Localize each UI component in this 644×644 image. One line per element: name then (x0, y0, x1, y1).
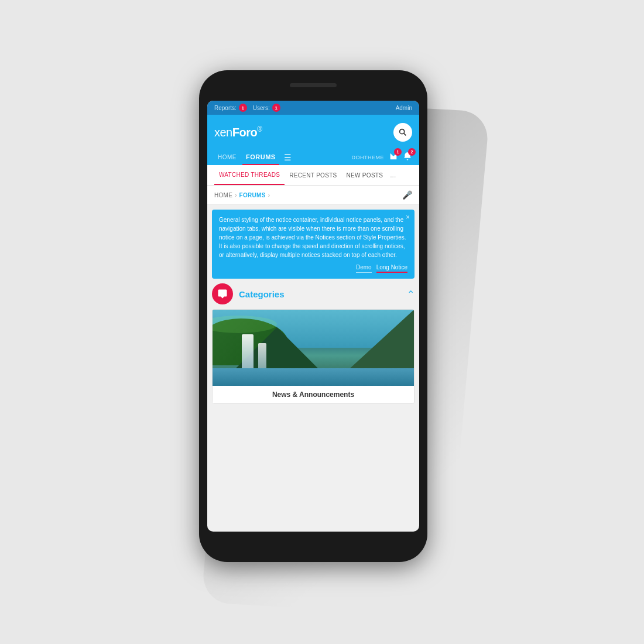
sub-nav-more[interactable]: ... (388, 165, 398, 185)
categories-header: Categories ⌃ (212, 283, 415, 304)
header: xenForo® HOME FORUMS (207, 115, 419, 165)
logo-suffix: ® (257, 125, 262, 133)
svg-point-0 (400, 129, 405, 134)
breadcrumb: HOME › FORUMS › 🎤 (207, 186, 419, 205)
categories-collapse-button[interactable]: ⌃ (407, 289, 415, 300)
notice-box: × General styling of the notice containe… (212, 210, 415, 279)
notice-tabs: Demo Long Notice (219, 264, 407, 273)
waterfall-scene (213, 310, 414, 386)
notice-tab-long[interactable]: Long Notice (376, 264, 407, 273)
admin-bar-left: Reports: 1 Users: 1 (214, 104, 280, 112)
sub-nav: WATCHED THREADS RECENT POSTS NEW POSTS .… (207, 165, 419, 186)
category-label: News & Announcements (213, 386, 414, 403)
tab-new-posts[interactable]: NEW POSTS (342, 166, 388, 184)
logo[interactable]: xenForo® (214, 125, 262, 139)
main-nav: HOME FORUMS ☰ DOHTHEME 1 (214, 150, 412, 165)
tab-forums[interactable]: FORUMS (242, 150, 279, 165)
chat-icon (217, 289, 228, 299)
breadcrumb-home[interactable]: HOME (214, 192, 232, 198)
reports-label: Reports: (214, 105, 237, 111)
reports-item[interactable]: Reports: 1 (214, 104, 247, 112)
categories-section: Categories ⌃ (212, 283, 415, 404)
admin-label[interactable]: Admin (396, 105, 412, 111)
tab-home[interactable]: HOME (214, 150, 240, 165)
breadcrumb-sep-2: › (268, 192, 270, 198)
tab-recent-posts[interactable]: RECENT POSTS (285, 166, 341, 184)
logo-thin: xen (214, 126, 232, 139)
reports-badge: 1 (239, 104, 247, 112)
category-image (213, 310, 414, 386)
notice-close-button[interactable]: × (406, 213, 410, 221)
users-item[interactable]: Users: 1 (253, 104, 280, 112)
category-card[interactable]: News & Announcements (212, 309, 415, 404)
microphone-icon[interactable]: 🎤 (402, 190, 412, 200)
svg-line-1 (404, 133, 406, 136)
categories-title: Categories (239, 289, 285, 299)
hamburger-menu[interactable]: ☰ (282, 153, 294, 162)
messages-badge: 1 (394, 148, 402, 156)
alerts-badge: 2 (408, 148, 416, 156)
content-area: × General styling of the notice containe… (207, 205, 419, 409)
search-icon (398, 128, 407, 137)
breadcrumb-sep-1: › (235, 192, 237, 198)
logo-bold: Foro (232, 126, 257, 139)
notice-text: General styling of the notice container,… (219, 215, 407, 259)
tab-watched-threads[interactable]: WATCHED THREADS (214, 166, 285, 185)
alerts-button[interactable]: 2 (403, 152, 412, 163)
theme-label: DOHTHEME (352, 155, 385, 160)
categories-icon-button[interactable] (212, 283, 233, 304)
messages-button[interactable]: 1 (389, 152, 398, 163)
nav-right: DOHTHEME 1 2 (352, 152, 413, 163)
notice-tab-demo[interactable]: Demo (356, 264, 372, 273)
users-label: Users: (253, 105, 270, 111)
search-button[interactable] (393, 123, 412, 142)
users-badge: 1 (272, 104, 280, 112)
header-top: xenForo® (214, 123, 412, 142)
admin-bar: Reports: 1 Users: 1 Admin (207, 101, 419, 115)
breadcrumb-forums[interactable]: FORUMS (239, 192, 266, 198)
